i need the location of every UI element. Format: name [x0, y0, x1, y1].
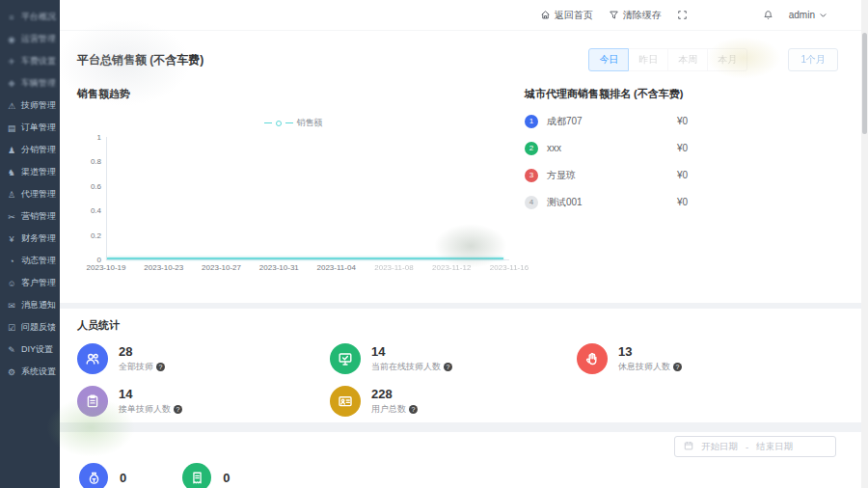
- fullscreen-button[interactable]: [677, 10, 688, 20]
- personnel-title: 人员统计: [77, 318, 120, 333]
- notification-bell-button[interactable]: [763, 10, 773, 20]
- id-card-icon: [330, 386, 361, 417]
- agent-icon: ♙: [7, 190, 16, 200]
- stat-label: 全部技师: [119, 361, 153, 373]
- stat-all-technicians: 28 全部技师?: [77, 339, 330, 378]
- legend-line-icon: [264, 122, 272, 124]
- one-month-button[interactable]: 1个月: [788, 48, 838, 71]
- ranking-row: 3 方显琼 ¥0: [525, 168, 832, 182]
- distribution-icon: ♟: [7, 146, 16, 155]
- chevron-down-icon: [818, 10, 828, 20]
- y-axis-tick: 0.6: [78, 181, 101, 190]
- stat-order-taking-technicians: 14 接单技师人数?: [77, 382, 330, 420]
- ranking-row: 2 xxx ¥0: [525, 141, 832, 155]
- help-icon[interactable]: ?: [156, 363, 165, 371]
- legend-dot-icon: [276, 121, 282, 126]
- receipt-icon: [182, 463, 211, 488]
- agent-name: xxx: [547, 143, 561, 153]
- end-date-placeholder[interactable]: 结束日期: [756, 441, 793, 453]
- message-icon: ✉: [7, 301, 16, 311]
- sidebar-item-system-settings[interactable]: ⚙系统设置: [0, 361, 60, 383]
- username: admin: [789, 10, 815, 20]
- sidebar-item-customer[interactable]: ☺客户管理: [0, 272, 60, 294]
- agent-name: 成都707: [547, 115, 583, 128]
- monitor-check-icon: [330, 343, 361, 374]
- chart-legend[interactable]: 销售额: [77, 117, 509, 129]
- operation-icon: ◉: [7, 35, 16, 44]
- trend-title: 销售额趋势: [77, 87, 509, 101]
- stat-label: 接单技师人数: [119, 403, 171, 416]
- sidebar-item-marketing[interactable]: ✂营销管理: [0, 205, 60, 228]
- scrollbar-thumb[interactable]: [862, 33, 867, 134]
- finance-icon: ¥: [7, 234, 16, 244]
- stat-value: 13: [618, 344, 682, 359]
- legend-line-icon: [285, 122, 293, 124]
- sidebar-item-feedback[interactable]: ☑问题反馈: [0, 316, 60, 339]
- range-today-button[interactable]: 今日: [588, 48, 629, 71]
- stat-value: 14: [119, 387, 182, 401]
- personnel-stats-card: 人员统计 28 全部技师? 14 当前在线技师人数?: [60, 309, 861, 422]
- stat-value: 28: [119, 344, 165, 359]
- sidebar-item-notifications[interactable]: ✉消息通知: [0, 294, 60, 316]
- fare-icon: ✈: [7, 57, 16, 67]
- range-month-button[interactable]: 本月: [708, 48, 747, 71]
- help-icon[interactable]: ?: [673, 363, 682, 371]
- marketing-icon: ✂: [7, 212, 16, 222]
- user-menu[interactable]: admin: [789, 10, 828, 20]
- y-axis-tick: 0.8: [78, 157, 101, 166]
- sales-overview-card: 平台总销售额 (不含车费) 今日 昨日 本周 本月 1个月 销售额趋势 销售额 …: [60, 31, 861, 303]
- stat-value: 228: [371, 387, 418, 401]
- date-range-picker[interactable]: 开始日期 - 结束日期: [674, 436, 836, 457]
- bottom-stat-row: 0 0: [79, 463, 230, 488]
- sales-trend-panel: 销售额趋势 销售额 1 0.8 0.6 0.4 0.2 0 2023-10-19…: [77, 87, 509, 277]
- stat-orders: 0: [182, 463, 230, 488]
- help-icon[interactable]: ?: [444, 363, 452, 371]
- sidebar-item-agent[interactable]: ♙代理管理: [0, 183, 60, 205]
- stat-value: 0: [223, 471, 230, 485]
- sidebar-item-fare-settings[interactable]: ✈车费设置: [0, 50, 60, 72]
- feedback-icon: ☑: [7, 323, 16, 333]
- clipboard-icon: [77, 386, 108, 417]
- help-icon[interactable]: ?: [174, 405, 182, 414]
- stat-online-technicians: 14 当前在线技师人数?: [330, 339, 577, 378]
- sidebar-item-platform-overview[interactable]: ≡平台概况: [0, 6, 60, 28]
- date-range-button-group: 今日 昨日 本周 本月 1个月: [588, 48, 838, 71]
- sidebar-item-operation[interactable]: ◉运营管理: [0, 28, 60, 50]
- home-icon: [540, 10, 551, 20]
- sidebar-item-channel[interactable]: ♞渠道管理: [0, 161, 60, 183]
- sidebar-item-diy-settings[interactable]: ✎DIY设置: [0, 339, 60, 361]
- date-range-separator: -: [746, 442, 748, 452]
- vertical-scrollbar[interactable]: [861, 0, 868, 488]
- hand-icon: [577, 343, 608, 374]
- legend-label: 销售额: [297, 117, 323, 129]
- stat-value: 14: [371, 344, 452, 359]
- diy-icon: ✎: [7, 345, 16, 355]
- users-icon: [77, 343, 108, 374]
- range-week-button[interactable]: 本周: [668, 48, 708, 71]
- sidebar-item-orders[interactable]: ▤订单管理: [0, 117, 60, 139]
- x-axis-tick: 2023-11-12: [432, 263, 471, 272]
- ranking-title: 城市代理商销售额排名 (不含车费): [525, 87, 832, 101]
- sidebar-item-technician[interactable]: ⚠技师管理: [0, 95, 60, 117]
- help-icon[interactable]: ?: [409, 405, 418, 414]
- sidebar-item-finance[interactable]: ¥财务管理: [0, 228, 60, 250]
- start-date-placeholder[interactable]: 开始日期: [701, 441, 738, 453]
- x-axis-tick: 2023-10-19: [87, 263, 126, 272]
- clear-cache-link[interactable]: 清除缓存: [609, 9, 662, 22]
- money-bag-icon: [79, 463, 108, 488]
- stat-label: 休息技师人数: [618, 361, 670, 373]
- rank-badge: 3: [525, 169, 538, 182]
- bell-icon: [763, 10, 773, 20]
- funnel-icon: [609, 10, 619, 20]
- back-home-link[interactable]: 返回首页: [540, 9, 593, 22]
- sidebar-item-dynamics[interactable]: ◔动态管理: [0, 250, 60, 272]
- agent-amount: ¥0: [677, 143, 688, 153]
- gear-icon: ⚙: [7, 367, 16, 377]
- stat-label: 用户总数: [371, 403, 406, 416]
- range-yesterday-button[interactable]: 昨日: [629, 48, 668, 71]
- sidebar-item-vehicle[interactable]: ❖车辆管理: [0, 72, 60, 95]
- sidebar-item-distribution[interactable]: ♟分销管理: [0, 139, 60, 161]
- agent-amount: ¥0: [677, 116, 688, 126]
- ranking-row: 1 成都707 ¥0: [525, 114, 832, 128]
- agent-name: 方显琼: [547, 169, 576, 182]
